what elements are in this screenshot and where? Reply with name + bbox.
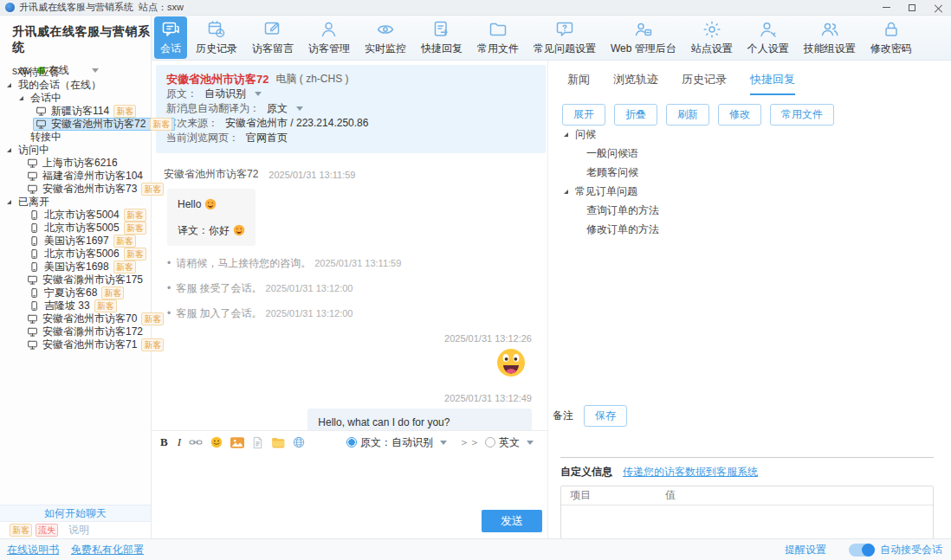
toolbar-item-gear[interactable]: 站点设置 [685, 16, 739, 59]
toolbar-item-visitor[interactable]: 访客管理 [302, 16, 356, 59]
online-manual-link[interactable]: 在线说明书 [7, 543, 59, 557]
reply-item[interactable]: 查询订单的方法 [548, 201, 659, 220]
action-button-展开[interactable]: 展开 [562, 104, 605, 126]
image-icon[interactable] [230, 437, 244, 448]
tree-visitor-item[interactable]: 吉隆坡 33新客 [0, 299, 151, 312]
new-visitor-badge: 新客 [94, 299, 117, 312]
toolbar-item-message[interactable]: 访客留言 [246, 16, 300, 59]
tab-浏览轨迹[interactable]: 浏览轨迹 [613, 72, 658, 95]
link-icon[interactable] [189, 437, 203, 447]
reminder-settings-link[interactable]: 提醒设置 [785, 543, 826, 557]
tree-expand-icon[interactable] [7, 200, 11, 204]
tree-visitor-item[interactable]: 宁夏访客68新客 [0, 286, 151, 299]
toolbar-item-label: 会话 [160, 42, 181, 56]
tree-group[interactable]: 我的会话（在线） [0, 79, 151, 92]
private-deploy-link[interactable]: 免费私有化部署 [71, 543, 144, 557]
toolbar-item-monitor[interactable]: 实时监控 [359, 16, 412, 59]
toolbar-item-folder[interactable]: 常用文件 [471, 16, 525, 59]
toolbar-item-faq[interactable]: 常见问题设置 [527, 16, 602, 59]
reply-item[interactable]: 一般问候语 [548, 144, 659, 163]
toolbar-item-chat[interactable]: 会话 [154, 16, 187, 59]
action-button-修改[interactable]: 修改 [718, 104, 761, 126]
toolbar-item-label: 常见问题设置 [534, 42, 596, 56]
reply-category[interactable]: 常见订单问题 [548, 182, 659, 201]
file-icon[interactable] [252, 436, 263, 449]
tree-expand-icon[interactable] [7, 83, 11, 87]
reply-label: 查询订单的方法 [586, 203, 659, 218]
lock-icon [881, 19, 902, 40]
tree-visitor-item[interactable]: 安徽省池州市访客73新客 [0, 183, 151, 196]
tree-visitor-item[interactable]: 安徽省池州市访客71新客 [0, 338, 151, 351]
action-button-刷新[interactable]: 刷新 [666, 104, 709, 126]
globe-icon[interactable] [293, 436, 305, 448]
maximize-button[interactable] [899, 0, 925, 15]
tree-visitor-item[interactable]: 北京市访客5006新客 [0, 248, 151, 261]
chevron-down-icon[interactable] [440, 441, 447, 445]
tree-visitor-item[interactable]: 美国访客1698新客 [0, 261, 151, 274]
tree-item-label: 安徽省池州市访客71 [42, 338, 137, 352]
visitor-message-header: 安徽省池州市访客72 2025/01/31 13:11:59 [164, 167, 535, 182]
source-lang-select[interactable]: 自动识别 [204, 87, 246, 101]
mobile-icon [29, 209, 40, 221]
tree-visitor-item[interactable]: 安徽省池州市访客70新客 [0, 312, 151, 325]
action-button-折叠[interactable]: 折叠 [614, 104, 657, 126]
note-label: 备注 [553, 409, 573, 423]
save-note-button[interactable]: 保存 [584, 405, 627, 427]
toolbar-item-quickreply[interactable]: 快捷回复 [415, 16, 469, 59]
agent-message-time: 2025/01/31 13:12:26 [164, 333, 535, 344]
auto-translate-select[interactable]: 原文 [267, 101, 288, 116]
tree-visitor-item[interactable]: 安徽省滁州市访客172 [0, 325, 151, 338]
chevron-down-icon[interactable] [527, 441, 534, 445]
main-toolbar: 会话历史记录访客留言访客管理实时监控快捷回复常用文件常见问题设置Web 管理后台… [152, 16, 951, 61]
tree-visitor-item[interactable]: 美国访客1697新客 [0, 235, 151, 248]
toolbar-item-personal[interactable]: 个人设置 [741, 16, 795, 59]
system-message-time: 2025/01/31 13:12:00 [266, 283, 353, 293]
tree-visitor-item[interactable]: 上海市访客6216 [0, 157, 151, 170]
toolbar-item-lock[interactable]: 修改密码 [864, 16, 918, 59]
tree-visitor-item[interactable]: 安徽省池州市访客72新客 [0, 118, 151, 131]
toolbar-item-label: 站点设置 [691, 42, 733, 56]
toolbar-item-webadmin[interactable]: Web 管理后台 [605, 16, 683, 59]
tree-visitor-item[interactable]: 北京市访客5005新客 [0, 222, 151, 235]
tree-group[interactable]: 等待应答 [0, 66, 151, 79]
tab-快捷回复[interactable]: 快捷回复 [750, 72, 795, 95]
italic-icon[interactable]: I [178, 435, 181, 449]
emoji-picker-icon[interactable] [210, 436, 223, 448]
tree-visitor-item[interactable]: 福建省漳州市访客104 [0, 170, 151, 183]
tree-expand-icon[interactable] [7, 148, 11, 152]
tree-visitor-item[interactable]: 北京市访客5004新客 [0, 209, 151, 222]
folder-icon[interactable] [271, 436, 285, 448]
tree-group[interactable]: 会话中 [0, 92, 151, 105]
toolbar-item-skills[interactable]: 技能组设置 [798, 16, 862, 59]
send-button[interactable]: 发送 [482, 510, 542, 532]
tree-group[interactable]: 访问中 [0, 144, 151, 157]
toolbar-item-label: 快捷回复 [421, 42, 463, 56]
close-button[interactable] [925, 0, 951, 15]
action-button-常用文件[interactable]: 常用文件 [770, 104, 834, 126]
auto-accept-toggle[interactable] [849, 544, 875, 557]
reply-item[interactable]: 老顾客问候 [548, 163, 659, 182]
tab-新闻[interactable]: 新闻 [567, 72, 590, 95]
how-to-start-link[interactable]: 如何开始聊天 [44, 506, 107, 521]
message-input[interactable] [152, 454, 547, 510]
target-lang-radio[interactable] [485, 437, 495, 447]
tab-历史记录[interactable]: 历史记录 [682, 72, 727, 95]
auto-accept-label: 自动接受会话 [880, 543, 942, 557]
visitor-icon [319, 19, 340, 40]
bold-icon[interactable]: B [160, 435, 168, 449]
source-lang-radio[interactable] [346, 437, 357, 447]
toolbar-item-history[interactable]: 历史记录 [190, 16, 243, 59]
minimize-button[interactable] [873, 0, 899, 15]
tree-expand-icon[interactable] [564, 132, 568, 137]
tree-group[interactable]: 已离开 [0, 196, 151, 209]
tree-visitor-item[interactable]: 安徽省滁州市访客175 [0, 274, 151, 286]
custom-info-link[interactable]: 传递您的访客数据到客服系统 [623, 465, 758, 480]
tree-group[interactable]: 转接中 [0, 131, 151, 144]
tree-visitor-item[interactable]: 新疆访客114新客 [0, 105, 151, 118]
reply-category[interactable]: 问候 [548, 125, 659, 144]
chat-column: 安徽省池州市访客72 电脑 ( zh-CHS ) 原文： 自动识别 新消息自动翻… [152, 61, 548, 538]
reply-item[interactable]: 修改订单的方法 [548, 220, 659, 239]
visitor-device: 电脑 ( zh-CHS ) [275, 72, 348, 87]
tree-expand-icon[interactable] [564, 190, 568, 194]
tree-expand-icon[interactable] [19, 96, 23, 100]
